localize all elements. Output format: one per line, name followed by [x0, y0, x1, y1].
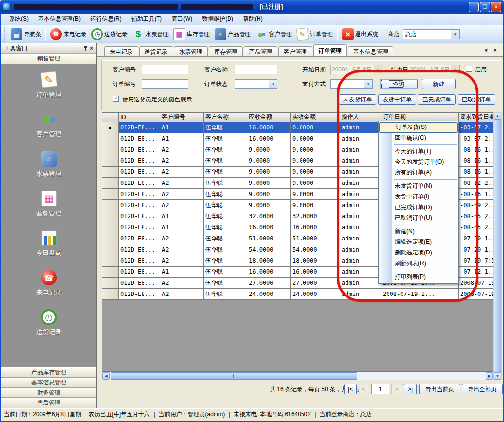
grid-header-cno[interactable]: 客户编号: [160, 113, 204, 122]
tab-送货记录[interactable]: 送货记录: [139, 46, 173, 56]
first-page-button[interactable]: |<: [344, 384, 357, 394]
sidebar-item[interactable]: 套餐管理: [36, 191, 61, 218]
enable-checkbox[interactable]: [466, 66, 472, 72]
context-menu-item[interactable]: 新建(N): [379, 226, 458, 237]
pay-method-select[interactable]: ▼: [330, 79, 373, 89]
tab-客户管理[interactable]: 客户管理: [278, 46, 312, 56]
chevron-down-icon[interactable]: ▼: [451, 65, 459, 74]
export-current-page-button[interactable]: 导出当前页: [419, 384, 460, 394]
sidebar-item[interactable]: 客户管理: [36, 112, 61, 139]
order-status-select[interactable]: ▼: [235, 79, 277, 89]
page-number-input[interactable]: 1: [371, 384, 389, 394]
row-selector[interactable]: ▶: [102, 122, 119, 133]
shop-combobox[interactable]: 总店 ▼: [403, 29, 460, 39]
toolbar-button-exit[interactable]: 退出系统: [340, 27, 381, 42]
toolbar-button-incoming-call[interactable]: 来电记录: [48, 27, 89, 42]
toolbar-button-order[interactable]: 订单管理: [294, 27, 335, 42]
chevron-down-icon[interactable]: ▼: [451, 30, 459, 39]
status-filter-button[interactable]: 发货中订单: [378, 94, 416, 105]
row-selector[interactable]: [102, 233, 119, 244]
menubar-item[interactable]: 数据维护(D): [197, 14, 238, 25]
toolbar-button-customer[interactable]: 客户管理: [253, 27, 294, 42]
context-menu-item[interactable]: 删除选定项(D): [379, 248, 458, 258]
row-selector[interactable]: [102, 178, 119, 189]
export-all-pages-button[interactable]: 导出全部页: [462, 384, 503, 394]
tab-来电记录[interactable]: 来电记录: [104, 46, 138, 56]
context-menu-item[interactable]: 回单确认(C): [379, 133, 458, 143]
row-selector[interactable]: [102, 211, 119, 222]
pin-icon[interactable]: [83, 45, 88, 52]
sidebar-section[interactable]: 售后管理: [1, 398, 96, 408]
row-selector[interactable]: [102, 255, 119, 267]
sidebar-section[interactable]: 产品库存管理: [1, 367, 96, 378]
menubar-item[interactable]: 运行信息(R): [86, 14, 127, 25]
grid-header-op[interactable]: 操作人: [340, 113, 381, 122]
scroll-down-icon[interactable]: ▼: [494, 372, 501, 380]
row-selector[interactable]: [102, 155, 119, 167]
row-selector[interactable]: [102, 244, 119, 255]
chevron-down-icon[interactable]: ▼: [269, 80, 277, 88]
close-icon[interactable]: ×: [90, 45, 93, 52]
toolbar-button-water-ticket[interactable]: 水票管理: [130, 27, 171, 42]
customer-name-input[interactable]: [235, 65, 277, 74]
vertical-scrollbar[interactable]: ▲ ▼: [493, 112, 502, 380]
sidebar-item[interactable]: 订单管理: [36, 72, 61, 99]
status-filter-button[interactable]: 已取消订单: [458, 94, 495, 105]
horizontal-scroll-thumb[interactable]: [111, 372, 357, 380]
context-menu-item[interactable]: 所有的订单(A): [379, 168, 458, 178]
context-menu-item[interactable]: 今天的订单(T): [379, 146, 458, 157]
toolbar-button-delivery-record[interactable]: 送货记录: [89, 27, 130, 42]
toolbar-button-navigator[interactable]: 导航条: [8, 27, 43, 42]
grid-header-id[interactable]: ID: [119, 113, 160, 122]
end-date-picker[interactable]: 2009年 6月 8日 ▼: [408, 65, 460, 74]
sidebar-item[interactable]: 送货记录: [36, 309, 61, 337]
menubar-item[interactable]: 系统(S): [4, 14, 33, 25]
context-menu-item[interactable]: 刷新列表(R): [379, 258, 458, 269]
sidebar-item[interactable]: 来电记录: [36, 270, 61, 297]
scroll-up-icon[interactable]: ▲: [494, 113, 501, 120]
maximize-button[interactable]: ❐: [480, 2, 490, 12]
row-selector[interactable]: [102, 133, 119, 144]
grid-header-cname[interactable]: 客户名称: [204, 113, 247, 122]
chevron-down-icon[interactable]: ▼: [374, 65, 382, 74]
row-selector[interactable]: [102, 222, 119, 233]
row-selector[interactable]: [102, 189, 119, 200]
status-filter-button[interactable]: 未发货订单: [339, 94, 376, 105]
menubar-item[interactable]: 辅助工具(T): [127, 14, 167, 25]
prev-page-button[interactable]: <: [359, 384, 369, 394]
sidebar-section-sales[interactable]: 销售管理: [1, 54, 96, 64]
row-selector[interactable]: [102, 278, 119, 289]
context-menu-item[interactable]: 未发货订单(N): [379, 181, 458, 192]
horizontal-scrollbar[interactable]: ◀ ▶: [102, 372, 493, 380]
next-page-button[interactable]: >: [391, 384, 402, 394]
tab-库存管理[interactable]: 库存管理: [209, 46, 243, 56]
titlebar[interactable]: [已注册] ─ ❐ ×: [0, 0, 504, 14]
toolbar-button-inventory[interactable]: 库存管理: [171, 27, 212, 42]
context-menu-item[interactable]: 已取消订单(U): [379, 213, 458, 224]
tab-产品管理[interactable]: 产品管理: [244, 46, 277, 56]
row-selector[interactable]: [102, 144, 119, 155]
grid-header-paid[interactable]: 实收金额: [291, 113, 340, 122]
tab-close-icon[interactable]: ×: [493, 47, 497, 54]
sidebar-item[interactable]: 今日盘点: [36, 230, 61, 257]
menubar-item[interactable]: 帮助(H): [238, 14, 268, 25]
close-button[interactable]: ×: [491, 2, 501, 12]
row-selector[interactable]: [102, 167, 119, 178]
row-selector[interactable]: [102, 289, 119, 300]
table-row[interactable]: 012D-E8...A2伍华聪24.000024.0000admin2008-0…: [102, 289, 493, 300]
toolbar-button-product[interactable]: 产品管理: [212, 27, 253, 42]
context-menu-item[interactable]: 已完成订单(D): [379, 202, 458, 213]
grid-header-recv[interactable]: 应收金额: [247, 113, 291, 122]
toolbar-grip[interactable]: [4, 27, 7, 42]
last-page-button[interactable]: >|: [404, 384, 417, 394]
row-selector[interactable]: [102, 267, 119, 278]
query-button[interactable]: 查询: [380, 79, 418, 89]
status-filter-button[interactable]: 已完成订单: [418, 94, 456, 105]
chevron-down-icon[interactable]: ▼: [364, 80, 372, 88]
vertical-scroll-thumb[interactable]: [494, 120, 501, 372]
sidebar-section[interactable]: 财务管理: [1, 388, 96, 398]
minimize-button[interactable]: ─: [469, 2, 479, 12]
customer-no-input[interactable]: [142, 65, 188, 74]
start-date-picker[interactable]: 2009年 6月 8日 ▼: [330, 65, 382, 74]
grid-header-rdate[interactable]: 要求到货日期: [459, 113, 493, 122]
